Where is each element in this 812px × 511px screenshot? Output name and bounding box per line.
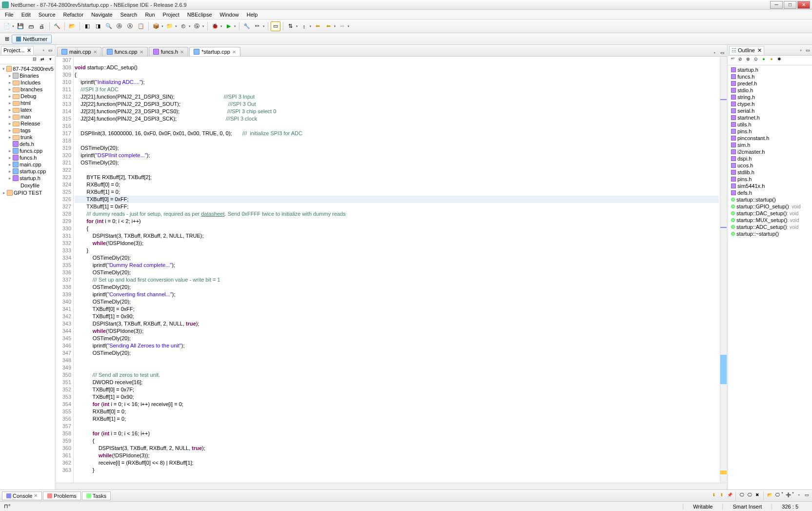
code-line[interactable]: J2[21].function(PINJ2_21_DSPI3_SIN); ///… <box>75 93 719 101</box>
menu-nbeclipse[interactable]: NBEclipse <box>183 11 216 19</box>
line-number[interactable]: 361 <box>58 452 71 459</box>
close-icon[interactable]: ✕ <box>93 49 97 55</box>
link-icon[interactable]: ✱ <box>776 56 783 62</box>
filter2-icon[interactable]: ● <box>768 56 775 62</box>
code-line[interactable]: /// Set up and load first conversion val… <box>75 276 719 284</box>
line-number[interactable]: 351 <box>58 379 71 386</box>
expand-toggle-icon[interactable]: ▸ <box>7 169 13 174</box>
outline-item-predef-h[interactable]: predef.h <box>729 80 811 87</box>
code-line[interactable]: iprintf("Dummy Read complete..."); <box>75 262 719 269</box>
tree-item-trunk[interactable]: ▸trunk <box>1 134 54 141</box>
new-wiz-icon[interactable]: 📦 <box>151 21 161 31</box>
dropdown-icon[interactable]: ▼ <box>334 25 337 28</box>
outline-item-funcs-h[interactable]: funcs.h <box>729 73 811 80</box>
code-line[interactable]: J2[23].function(PINJ2_23_DSPI3_PCS0); //… <box>75 108 719 115</box>
line-number[interactable]: 323 <box>58 174 71 181</box>
maximize-icon[interactable]: ▭ <box>804 47 811 54</box>
line-number[interactable]: 362 <box>58 459 71 467</box>
hide-fields-icon[interactable]: ⊘ <box>737 56 744 62</box>
close-icon[interactable]: ✕ <box>139 49 143 55</box>
expand-toggle-icon[interactable]: ▾ <box>1 66 6 71</box>
line-number[interactable]: 324 <box>58 181 71 188</box>
line-number[interactable]: 357 <box>58 423 71 430</box>
minimize-icon[interactable]: ▫ <box>711 49 718 56</box>
tree-item-binaries[interactable]: ▸Binaries <box>1 72 54 79</box>
hide-static-icon[interactable]: ⊗ <box>745 56 752 62</box>
code-line[interactable]: DWORD receive[16]; <box>75 379 719 386</box>
expand-toggle-icon[interactable]: ▸ <box>7 80 13 85</box>
line-number[interactable]: 338 <box>58 284 71 291</box>
code-line[interactable]: { <box>75 71 719 79</box>
line-number[interactable]: 359 <box>58 437 71 445</box>
code-line[interactable]: for (int i = 0; i < 16; i++) receive[i] … <box>75 401 719 408</box>
code-line[interactable]: DSPIStart(3, TXBuff, RXBuff, 2, NULL, tr… <box>75 445 719 452</box>
dropdown-icon[interactable]: ▼ <box>347 25 350 28</box>
mark2-icon[interactable]: Ⓐ <box>125 21 135 31</box>
line-number[interactable]: 317 <box>58 130 71 137</box>
menu-project[interactable]: Project <box>159 11 183 19</box>
save-all-icon[interactable]: 🗃 <box>26 21 36 31</box>
display-icon[interactable]: 🖵 <box>738 491 745 498</box>
filter-icon[interactable]: ● <box>760 56 767 62</box>
outline-item-ctype-h[interactable]: ctype.h <box>729 101 811 107</box>
line-number[interactable]: 335 <box>58 262 71 269</box>
close-icon[interactable]: ✕ <box>757 47 762 53</box>
toggle-icon[interactable]: ◧ <box>82 21 92 31</box>
debug-icon[interactable]: 🐞 <box>210 21 220 31</box>
run-icon[interactable]: ▶ <box>224 21 234 31</box>
search-icon[interactable]: 🔍 <box>104 21 114 31</box>
scroll-up-icon[interactable]: ⬆ <box>718 491 725 498</box>
minimize-icon[interactable]: ▫ <box>795 491 802 498</box>
tree-item-funcs-cpp[interactable]: ▸funcs.cpp <box>1 147 54 154</box>
tree-item-funcs-h[interactable]: ▸funcs.h <box>1 154 54 161</box>
line-number[interactable]: 309 <box>58 71 71 79</box>
line-number[interactable]: 336 <box>58 269 71 276</box>
tree-item-man[interactable]: ▸man <box>1 113 54 120</box>
code-line[interactable]: TXBuff[1] = 0x90; <box>75 313 719 320</box>
dropdown-icon[interactable]: ▼ <box>161 25 164 28</box>
expand-toggle-icon[interactable]: ▸ <box>7 114 13 119</box>
line-number[interactable]: 352 <box>58 386 71 393</box>
pin-icon[interactable]: 📌 <box>726 491 733 498</box>
close-icon[interactable]: ✕ <box>27 47 31 53</box>
outline-tab[interactable]: ☷ Outline ✕ <box>729 46 764 55</box>
editor-tab--startup-cpp[interactable]: *startup.cpp✕ <box>189 47 240 56</box>
line-number[interactable]: 360 <box>58 445 71 452</box>
clear-icon[interactable]: ✖ <box>754 491 761 498</box>
code-line[interactable]: BYTE RXBuff[2], TXBuff[2]; <box>75 174 719 181</box>
expand-toggle-icon[interactable]: ▸ <box>7 101 13 105</box>
nav-icon[interactable]: ⇅ <box>286 21 296 31</box>
minimize-icon[interactable]: ▫ <box>797 47 804 54</box>
hide-non-public-icon[interactable]: ⊙ <box>753 56 759 62</box>
line-number[interactable]: 318 <box>58 137 71 144</box>
link-icon[interactable]: ⇄ <box>39 56 46 62</box>
line-number-gutter[interactable]: 3073083093103113123133143153163173183193… <box>56 57 74 483</box>
maximize-icon[interactable]: ▭ <box>719 49 726 56</box>
open-type-icon[interactable]: 📂 <box>67 21 77 31</box>
code-line[interactable]: while(!DSPIdone(3)); <box>75 327 719 335</box>
close-icon[interactable]: ✕ <box>180 49 184 55</box>
outline-item-stdio-h[interactable]: stdio.h <box>729 87 811 94</box>
code-line[interactable]: iprintf("Initializing ADC...."); <box>75 79 719 86</box>
menu-help[interactable]: Help <box>243 11 262 19</box>
tree-item-tags[interactable]: ▸tags <box>1 127 54 134</box>
line-number[interactable]: 345 <box>58 335 71 342</box>
code-line[interactable]: OSTimeDly(20); <box>75 144 719 152</box>
code-line[interactable]: /// dummy reads - just for setup, requir… <box>75 210 719 218</box>
print-icon[interactable]: 🖨 <box>37 21 47 31</box>
code-line[interactable]: DSPIStart(3, TXBuff, RXBuff, 2, NULL, tr… <box>75 320 719 327</box>
tree-item-main-cpp[interactable]: ▸main.cpp <box>1 161 54 168</box>
dropdown-icon[interactable]: ▼ <box>234 25 237 28</box>
line-number[interactable]: 342 <box>58 313 71 320</box>
code-line[interactable]: RXBuff[0] = 0; <box>75 408 719 415</box>
tree-item-startup-h[interactable]: ▸startup.h <box>1 175 54 182</box>
code-line[interactable]: DSPIInit(3, 16000000, 16, 0xF0, 0x0F, 0x… <box>75 130 719 137</box>
outline-item-string-h[interactable]: string.h <box>729 94 811 101</box>
line-number[interactable]: 330 <box>58 225 71 232</box>
code-line[interactable]: OSTimeDly(20); <box>75 298 719 306</box>
scroll-down-icon[interactable]: ⬇ <box>711 491 717 498</box>
line-number[interactable]: 350 <box>58 371 71 379</box>
line-number[interactable]: 310 <box>58 79 71 86</box>
line-number[interactable]: 315 <box>58 115 71 123</box>
menu-search[interactable]: Search <box>117 11 141 19</box>
